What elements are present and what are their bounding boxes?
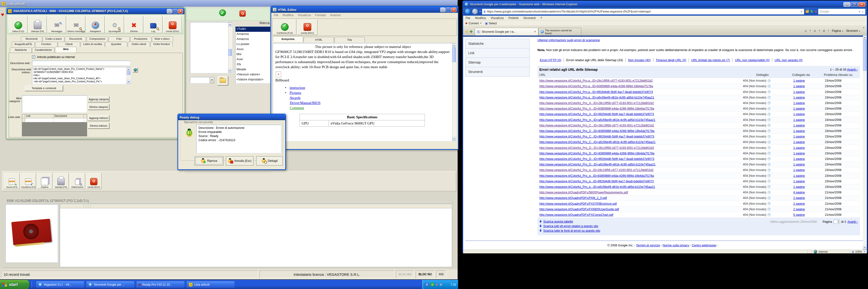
scroll-up-icon[interactable]: ▲ bbox=[863, 35, 867, 39]
web-links-empty-row[interactable] bbox=[22, 118, 87, 122]
linked-pages-link[interactable]: 1 pagine bbox=[783, 135, 815, 138]
feed-icon[interactable]: ◉ bbox=[813, 29, 816, 33]
anagrafica-toolbar-button[interactable]: ✖ Elimina bbox=[125, 16, 143, 33]
details-button[interactable]: Dettagli bbox=[256, 156, 283, 166]
page-number-input[interactable]: 1 bbox=[834, 220, 840, 224]
template-contents-button[interactable]: Template e contenuti bbox=[25, 85, 63, 91]
editor-tab[interactable]: Tidy bbox=[334, 37, 365, 43]
linked-pages-link[interactable]: 1 pagine bbox=[783, 168, 815, 172]
download-link[interactable]: Scarica tutte le fonti di errori su ques… bbox=[543, 229, 600, 232]
lista-toolbar-button[interactable]: Duplica bbox=[37, 173, 52, 189]
error-url-link[interactable]: http://www.vegastore.it/Colorful_Pro_D..… bbox=[537, 146, 738, 150]
sidebar-nav-item[interactable]: Statistiche bbox=[465, 39, 530, 48]
favorites-star-icon[interactable]: ★ bbox=[465, 29, 468, 34]
lista-toolbar-button[interactable]: + Nuovo (F4) bbox=[4, 173, 20, 189]
chevron-more-icon[interactable]: » bbox=[863, 26, 864, 29]
ready-debug-titlebar[interactable]: Ready debug bbox=[178, 114, 285, 120]
filter-link[interactable]: Timeout degli URL (0) bbox=[653, 58, 689, 62]
tools-menu[interactable]: Strument ▼ bbox=[846, 29, 861, 33]
error-url-link[interactable]: http://www.vegastore.it/QuadroPDFs/FX560… bbox=[537, 208, 738, 211]
linked-pages-link[interactable]: 1 pagine bbox=[783, 112, 815, 116]
marca-list-item[interactable]: Xfx bbox=[236, 62, 270, 67]
help-icon[interactable]: ? bbox=[768, 113, 771, 116]
preview-link[interactable]: Driver/Manual/BIOS bbox=[290, 101, 320, 105]
scroll-down-icon[interactable]: ▼ bbox=[127, 80, 130, 84]
menu-item[interactable]: Preferiti bbox=[508, 16, 518, 20]
filter-link[interactable]: Non trovato (40) bbox=[626, 58, 653, 62]
menu-item[interactable]: File bbox=[274, 13, 278, 17]
tab[interactable]: Anagrafica(F5) bbox=[12, 42, 35, 47]
mid-combobox[interactable]: ▼ bbox=[190, 77, 214, 83]
other-categories-listbox[interactable] bbox=[22, 95, 87, 113]
help-icon[interactable]: ? bbox=[768, 101, 771, 105]
linked-pages-link[interactable]: 4 pagine bbox=[783, 191, 815, 194]
search-magnifier-icon[interactable]: ⌕ bbox=[862, 10, 864, 13]
scroll-thumb[interactable] bbox=[228, 49, 232, 56]
menu-item[interactable]: Visualizza bbox=[491, 16, 504, 20]
menu-item[interactable]: Strumenti bbox=[523, 16, 535, 20]
error-url-link[interactable]: http://www.vegastore.it/Colorful_Pro.a..… bbox=[537, 90, 738, 94]
help-icon[interactable]: ? bbox=[768, 169, 771, 172]
linked-pages-link[interactable]: 1 pagine bbox=[783, 152, 815, 155]
preview-scrollbar[interactable]: ▲ ▼ bbox=[452, 44, 456, 141]
history-dropdown-icon[interactable]: ▼ bbox=[479, 10, 481, 13]
download-link[interactable]: Scarica tutti gli errori relativi a ques… bbox=[543, 224, 598, 228]
help-icon[interactable]: ? bbox=[768, 185, 771, 188]
minimize-button[interactable]: _ bbox=[440, 7, 445, 12]
help-icon[interactable]: ? bbox=[768, 202, 771, 205]
published-checkbox[interactable]: ✓ bbox=[32, 56, 35, 59]
ie-titlebar[interactable]: e Strumenti Google per il webmaster - Sc… bbox=[463, 1, 867, 7]
price-table[interactable] bbox=[60, 204, 452, 267]
clock[interactable]: 7.32 bbox=[451, 283, 456, 286]
minimize-button[interactable]: _ bbox=[843, 2, 850, 7]
lista-toolbar-button[interactable]: ✓ Visualizza (F2) bbox=[21, 173, 36, 189]
delete-address-button[interactable]: Elimina indirizzo bbox=[88, 123, 109, 129]
exit-button[interactable]: Uscita (ESC) bbox=[297, 20, 317, 35]
scroll-down-icon[interactable]: ▼ bbox=[863, 246, 867, 250]
linked-pages-link[interactable]: 1 pagine bbox=[783, 174, 815, 178]
desc-web-ext-textarea[interactable]: <div id="pageContent_main_down_Pro_Conte… bbox=[32, 67, 131, 84]
refresh-icon[interactable]: ↻ bbox=[810, 9, 813, 14]
close-button[interactable]: ✕ bbox=[858, 2, 865, 7]
error-url-link[interactable]: http://www.vegastore.it/Colorful_Pro_A..… bbox=[537, 101, 738, 105]
tray-shield-icon[interactable] bbox=[431, 283, 434, 286]
linked-pages-link[interactable]: 1 pagine bbox=[783, 96, 815, 99]
preview-pane[interactable]: This picture is only for reference, plea… bbox=[273, 43, 457, 141]
linked-pages-link[interactable]: 1 pagine bbox=[783, 79, 815, 82]
taskbar-task-2[interactable]: eStrumenti Google per ... bbox=[86, 281, 134, 288]
anagrafica-titlebar[interactable]: ANAGRAFICA ARTICOLI - 6986 - VGA512MB CO… bbox=[6, 8, 184, 14]
combo-arrow-icon[interactable]: ▼ bbox=[210, 77, 214, 83]
language-indicator[interactable]: IT bbox=[425, 283, 429, 286]
textarea-scrollbar[interactable]: ▲ ▼ bbox=[127, 67, 130, 84]
back-button[interactable]: ← bbox=[465, 8, 471, 15]
filter-link[interactable]: URL non raggiungibili (0) bbox=[733, 58, 772, 62]
address-dropdown-icon[interactable]: ▼ bbox=[801, 10, 802, 13]
confirm-button[interactable]: Conferma (F12) bbox=[273, 20, 296, 35]
zoom-icon[interactable]: ⊕ bbox=[851, 250, 854, 254]
tab[interactable]: Codici a barre bbox=[43, 36, 64, 41]
menu-item[interactable]: Visualizza bbox=[298, 13, 311, 17]
help-icon[interactable]: ? bbox=[768, 124, 771, 127]
marca-list-item[interactable]: Amacrox bbox=[236, 37, 270, 42]
tab[interactable]: Caratteristiche bbox=[32, 47, 55, 52]
marca-list-item[interactable]: Acer bbox=[236, 57, 270, 62]
error-url-link[interactable]: http://www.vegastore.it/Colorful_Pro_p..… bbox=[537, 174, 738, 178]
anagrafica-toolbar-button[interactable]: ⚙ Op.eseguite bbox=[105, 16, 124, 33]
linked-pages-link[interactable]: 1 pagine bbox=[783, 118, 815, 121]
menu-item[interactable]: Formato bbox=[315, 13, 326, 17]
error-url-link[interactable]: http://www.vegastore.it/Colorful_Pro_p..… bbox=[537, 185, 738, 188]
lista-toolbar-button[interactable]: ⚙ Elaborazioni bbox=[70, 173, 85, 189]
error-url-link[interactable]: http://www.vegastore.it/QuadroPDFs/FXCom… bbox=[537, 213, 738, 217]
filter-link[interactable]: URL non seguito (0) bbox=[772, 58, 805, 62]
html-editor-titlebar[interactable]: HTML Editor _ □ ✕ bbox=[271, 6, 458, 13]
filter-link[interactable]: URL limitati da robots.txt (7) bbox=[689, 58, 733, 62]
filter-link[interactable]: Errori relativi agli URL delle Sitemap (… bbox=[564, 58, 626, 62]
linked-pages-link[interactable]: 1 pagine bbox=[783, 157, 815, 160]
linked-pages-link[interactable]: 1 pagine bbox=[783, 163, 815, 166]
next-page-link-bottom[interactable]: Avanti › bbox=[847, 220, 858, 223]
desc-web-input[interactable] bbox=[32, 61, 130, 66]
maximize-button[interactable]: □ bbox=[173, 9, 178, 13]
error-url-link[interactable]: http://www.vegastore.it/Colorful_Pro.a..… bbox=[537, 79, 738, 82]
linked-pages-link[interactable]: 1 pagine bbox=[783, 90, 815, 94]
tray-heart-icon[interactable]: ♥ bbox=[436, 283, 438, 287]
